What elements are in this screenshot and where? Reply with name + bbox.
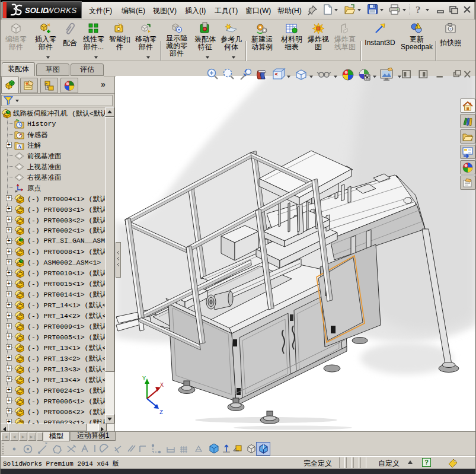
svg-text:A: A [18,144,21,149]
svg-text:!: ! [416,24,418,29]
svg-text:?: ? [416,4,421,15]
svg-text:Z: Z [159,409,163,416]
svg-text:X: X [160,382,164,389]
svg-text:Y: Y [142,376,146,382]
